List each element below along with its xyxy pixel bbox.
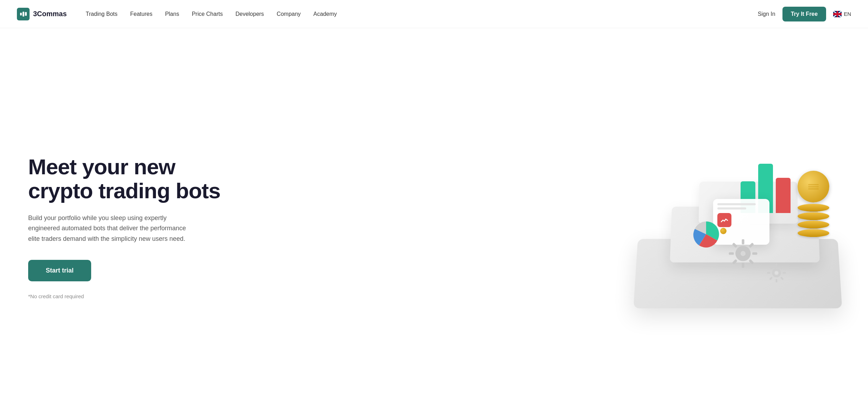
nav-link-features[interactable]: Features [125,8,157,20]
svg-rect-11 [776,263,778,267]
hero-illustration [622,136,840,319]
svg-point-10 [741,251,746,256]
svg-rect-16 [769,277,773,280]
hero-section: Meet your new crypto trading bots Build … [0,28,868,419]
coin-line-2 [808,186,819,187]
coin-lines [808,184,819,189]
svg-rect-14 [780,277,784,280]
svg-rect-3 [752,252,757,255]
coin-2 [798,212,829,220]
pie-chart [692,220,720,248]
svg-rect-18 [769,265,773,269]
sign-in-link[interactable]: Sign In [758,11,775,17]
svg-rect-15 [776,279,778,282]
gear-large-icon [727,238,759,269]
nav-link-plans[interactable]: Plans [160,8,184,20]
svg-rect-4 [749,259,754,264]
svg-rect-6 [732,259,737,264]
logo[interactable]: 3Commas [17,8,67,20]
flag-icon [833,11,842,17]
nav-link-price-charts[interactable]: Price Charts [187,8,228,20]
language-selector[interactable]: EN [833,11,851,17]
card-line-1 [717,203,756,205]
no-credit-card-note: *No credit card required [28,293,225,299]
language-label: EN [844,11,851,17]
bar-3 [776,178,791,213]
hero-content: Meet your new crypto trading bots Build … [28,155,225,299]
coin-line-1 [808,184,819,185]
coins-stack [798,171,829,237]
nav-link-company[interactable]: Company [272,8,306,20]
illustration-scene [622,136,840,319]
coin-4 [798,229,829,237]
gear-small-icon [766,262,787,283]
coin-3 [798,221,829,229]
svg-rect-2 [749,243,754,248]
navbar-left: 3Commas Trading Bots Features Plans Pric… [17,8,342,20]
card-line-2 [717,207,746,210]
navbar: 3Commas Trading Bots Features Plans Pric… [0,0,868,28]
nav-link-developers[interactable]: Developers [231,8,269,20]
start-trial-button[interactable]: Start trial [28,260,91,281]
svg-rect-5 [742,263,744,268]
svg-rect-12 [780,265,784,269]
coin-line-3 [808,188,819,189]
logo-icon [17,8,30,20]
svg-rect-7 [729,252,734,255]
hero-description: Build your portfolio while you sleep usi… [28,213,197,244]
nav-links: Trading Bots Features Plans Price Charts… [81,8,342,20]
svg-rect-8 [732,243,737,248]
nav-link-academy[interactable]: Academy [308,8,342,20]
coin-top [798,171,829,202]
navbar-right: Sign In Try It Free EN [758,7,851,21]
coin-1 [798,204,829,212]
logo-text: 3Commas [33,10,67,18]
svg-rect-13 [782,272,786,274]
svg-rect-1 [742,239,744,244]
nav-link-trading-bots[interactable]: Trading Bots [81,8,122,20]
svg-rect-17 [767,272,770,274]
try-free-button[interactable]: Try It Free [782,7,826,21]
hero-title: Meet your new crypto trading bots [28,155,225,203]
card-gold-dot [720,228,727,234]
svg-point-20 [775,271,778,275]
